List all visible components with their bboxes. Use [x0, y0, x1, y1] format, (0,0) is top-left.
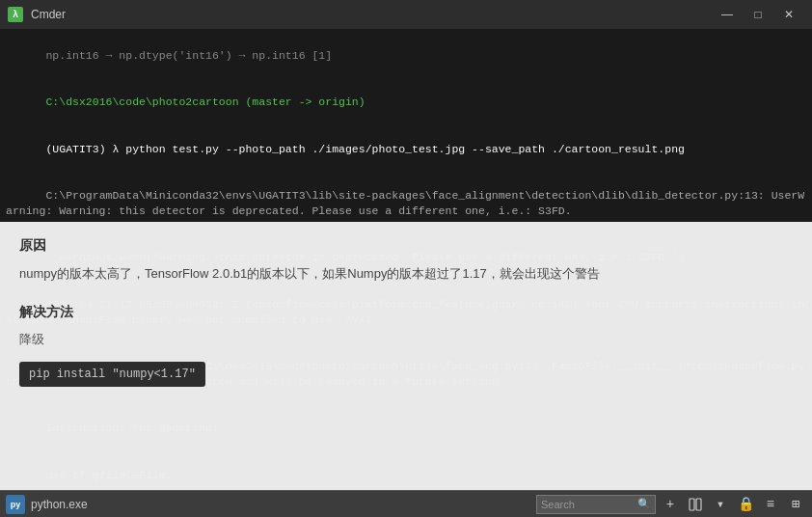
status-bar: py python.exe 🔍 + ▾ 🔒 ≡ ⊞ [0, 490, 812, 517]
note-panel: 原因 numpy的版本太高了，TensorFlow 2.0.b1的版本以下，如果… [0, 222, 812, 490]
settings-icon[interactable]: ≡ [760, 494, 781, 515]
section1-title: 原因 [19, 237, 793, 255]
minimize-button[interactable]: — [712, 0, 743, 29]
main-content: np.int16 → np.dtype('int16') → np.int16 … [0, 29, 812, 490]
code-block: pip install "numpy<1.17" [19, 362, 205, 387]
window-title: Cmder [31, 8, 66, 21]
section1-body: numpy的版本太高了，TensorFlow 2.0.b1的版本以下，如果Num… [19, 264, 793, 285]
split-button[interactable] [685, 494, 706, 515]
terminal-prompt-path: C:\dsx2016\code\photo2cartoon (master ->… [45, 95, 365, 108]
window-controls: — □ ✕ [712, 0, 804, 29]
title-bar-left: λ Cmder [8, 7, 66, 22]
python-label: python.exe [31, 498, 88, 511]
python-icon: py [6, 495, 25, 514]
svg-rect-0 [690, 499, 694, 510]
maximize-button[interactable]: □ [743, 0, 773, 29]
subsection1-title: 降级 [19, 331, 793, 348]
search-box[interactable]: 🔍 [536, 495, 656, 514]
status-right: 🔍 + ▾ 🔒 ≡ ⊞ [536, 494, 806, 515]
status-left: py python.exe [6, 495, 88, 514]
grid-icon[interactable]: ⊞ [785, 494, 806, 515]
terminal-line-4: C:\ProgramData\Miniconda32\envs\UGATIT3\… [6, 189, 804, 217]
svg-rect-1 [696, 499, 701, 510]
search-icon[interactable]: 🔍 [637, 498, 651, 510]
add-tab-button[interactable]: + [660, 494, 681, 515]
close-button[interactable]: ✕ [773, 0, 804, 29]
title-bar: λ Cmder — □ ✕ [0, 0, 812, 29]
terminal-line-3: (UGATIT3) λ python test.py --photo_path … [45, 143, 685, 155]
dropdown-button[interactable]: ▾ [710, 494, 731, 515]
terminal-line-1: np.int16 → np.dtype('int16') → np.int16 … [45, 49, 332, 62]
terminal-area[interactable]: np.int16 → np.dtype('int16') → np.int16 … [0, 29, 812, 490]
lock-icon[interactable]: 🔒 [735, 494, 756, 515]
search-input[interactable] [541, 499, 637, 510]
app-icon: λ [8, 7, 23, 22]
section2-title: 解决方法 [19, 304, 793, 321]
